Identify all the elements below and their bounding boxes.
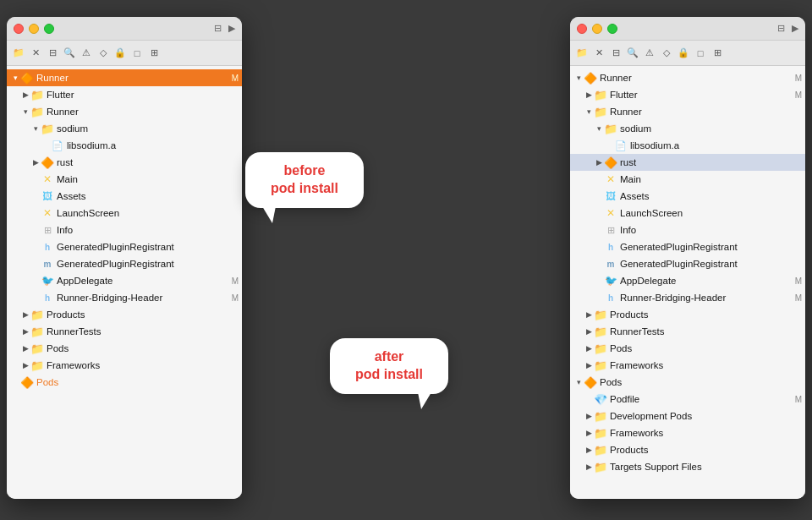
tree-item-targets[interactable]: ▶📁Targets Support Files <box>570 458 805 475</box>
x-icon-r[interactable]: ✕ <box>592 47 606 60</box>
tree-item-appdelegate[interactable]: 🐦AppDelegateM <box>570 272 805 289</box>
expand-arrow[interactable]: ▾ <box>584 107 594 117</box>
tree-item-sodium[interactable]: ▾📁sodium <box>7 120 242 137</box>
tree-item-launchscreen[interactable]: ✕LaunchScreen <box>570 205 805 222</box>
maximize-button-left[interactable] <box>44 24 54 34</box>
play-icon[interactable]: ▶ <box>228 23 235 34</box>
expand-arrow[interactable] <box>594 225 604 235</box>
lock-icon[interactable]: 🔒 <box>113 47 127 60</box>
tree-item-gpr-m[interactable]: mGeneratedPluginRegistrant <box>570 255 805 272</box>
tree-item-runner-root[interactable]: ▾🔶RunnerM <box>570 69 805 86</box>
square-icon-r[interactable]: □ <box>694 47 707 60</box>
expand-arrow[interactable] <box>594 191 604 201</box>
expand-arrow[interactable]: ▶ <box>20 343 30 353</box>
expand-arrow[interactable] <box>594 208 604 218</box>
expand-arrow[interactable] <box>30 293 41 303</box>
expand-arrow[interactable] <box>30 276 41 286</box>
tree-item-bridging[interactable]: hRunner-Bridging-HeaderM <box>7 289 242 306</box>
tree-item-frameworks2[interactable]: ▶📁Frameworks <box>570 424 805 441</box>
expand-arrow[interactable]: ▶ <box>20 360 30 370</box>
expand-arrow[interactable]: ▶ <box>20 326 30 337</box>
tree-item-gpr-h[interactable]: hGeneratedPluginRegistrant <box>570 238 805 255</box>
folder-icon-r[interactable]: 📁 <box>575 47 589 60</box>
expand-arrow[interactable]: ▾ <box>573 73 584 83</box>
expand-arrow[interactable]: ▾ <box>573 377 584 387</box>
tree-item-pods-item[interactable]: 🔶Pods <box>7 374 242 391</box>
warning-icon[interactable]: ⚠ <box>80 47 93 60</box>
expand-arrow[interactable] <box>594 293 604 303</box>
expand-arrow[interactable]: ▶ <box>20 309 30 320</box>
tree-item-frameworks[interactable]: ▶📁Frameworks <box>7 357 242 374</box>
tree-item-podfile[interactable]: 💎PodfileM <box>570 391 805 408</box>
tree-item-gpr-m[interactable]: mGeneratedPluginRegistrant <box>7 255 242 272</box>
tree-item-assets[interactable]: 🖼Assets <box>7 188 242 205</box>
tree-item-pods-folder[interactable]: ▶📁Pods <box>7 340 242 357</box>
sidebar-toggle-icon-right[interactable]: ⊟ <box>777 23 785 34</box>
expand-arrow[interactable]: ▶ <box>584 90 594 100</box>
tree-item-pods-root[interactable]: ▾🔶Pods <box>570 374 805 391</box>
expand-arrow[interactable]: ▶ <box>584 343 594 353</box>
expand-arrow[interactable]: ▶ <box>584 462 594 472</box>
expand-arrow[interactable] <box>30 259 41 269</box>
expand-arrow[interactable] <box>10 377 20 387</box>
expand-arrow[interactable]: ▶ <box>584 326 594 337</box>
expand-arrow[interactable]: ▾ <box>30 123 41 134</box>
expand-arrow[interactable]: ▶ <box>584 411 594 421</box>
grid-icon[interactable]: ⊞ <box>147 47 161 60</box>
expand-arrow[interactable]: ▶ <box>20 90 30 100</box>
tree-item-info[interactable]: ⊞Info <box>570 222 805 238</box>
bookmark-icon-r[interactable]: ⊟ <box>609 47 623 60</box>
minimize-button-left[interactable] <box>29 24 39 34</box>
expand-arrow[interactable]: ▾ <box>10 73 20 83</box>
tree-item-dev-pods[interactable]: ▶📁Development Pods <box>570 408 805 424</box>
lock-icon-r[interactable]: 🔒 <box>677 47 690 60</box>
tree-item-bridging[interactable]: hRunner-Bridging-HeaderM <box>570 289 805 306</box>
expand-arrow[interactable] <box>41 140 51 151</box>
tree-item-main[interactable]: ✕Main <box>7 171 242 188</box>
tree-item-runner[interactable]: ▾📁Runner <box>570 103 805 120</box>
tree-item-appdelegate[interactable]: 🐦AppDelegateM <box>7 272 242 289</box>
expand-arrow[interactable]: ▶ <box>30 157 41 167</box>
expand-arrow[interactable]: ▾ <box>594 123 604 134</box>
search-icon[interactable]: 🔍 <box>63 47 76 60</box>
tree-item-libsodium[interactable]: 📄libsodium.a <box>7 137 242 154</box>
tree-item-frameworks[interactable]: ▶📁Frameworks <box>570 357 805 374</box>
tree-item-assets[interactable]: 🖼Assets <box>570 188 805 205</box>
warning-icon-r[interactable]: ⚠ <box>643 47 656 60</box>
tree-item-main[interactable]: ✕Main <box>570 171 805 188</box>
tree-item-flutter[interactable]: ▶📁FlutterM <box>570 86 805 103</box>
folder-icon[interactable]: 📁 <box>12 47 25 60</box>
expand-arrow[interactable] <box>584 394 594 404</box>
tree-item-products[interactable]: ▶📁Products <box>7 306 242 323</box>
play-icon-right[interactable]: ▶ <box>792 23 798 34</box>
tree-item-pods-folder[interactable]: ▶📁Pods <box>570 340 805 357</box>
tree-item-runner[interactable]: ▾📁Runner <box>7 103 242 120</box>
tree-item-libsodium[interactable]: 📄libsodium.a <box>570 137 805 154</box>
expand-arrow[interactable]: ▾ <box>20 107 30 117</box>
expand-arrow[interactable]: ▶ <box>584 428 594 438</box>
tree-item-rust[interactable]: ▶🔶rust <box>570 154 805 171</box>
expand-arrow[interactable] <box>30 191 41 201</box>
close-button-right[interactable] <box>577 24 587 34</box>
diamond-icon[interactable]: ◇ <box>96 47 110 60</box>
tree-item-info[interactable]: ⊞Info <box>7 222 242 238</box>
tree-item-rust[interactable]: ▶🔶rust <box>7 154 242 171</box>
maximize-button-right[interactable] <box>607 24 617 34</box>
expand-arrow[interactable]: ▶ <box>584 309 594 320</box>
expand-arrow[interactable] <box>30 225 41 235</box>
expand-arrow[interactable] <box>30 174 41 184</box>
tree-item-runnertests[interactable]: ▶📁RunnerTests <box>570 323 805 340</box>
diamond-icon-r[interactable]: ◇ <box>660 47 673 60</box>
expand-arrow[interactable] <box>604 140 614 151</box>
square-icon[interactable]: □ <box>130 47 144 60</box>
tree-item-runner-root[interactable]: ▾🔶RunnerM <box>7 69 242 86</box>
sidebar-toggle-icon[interactable]: ⊟ <box>214 23 222 34</box>
expand-arrow[interactable] <box>594 259 604 269</box>
tree-item-launchscreen[interactable]: ✕LaunchScreen <box>7 205 242 222</box>
tree-item-products2[interactable]: ▶📁Products <box>570 441 805 458</box>
tree-item-sodium[interactable]: ▾📁sodium <box>570 120 805 137</box>
expand-arrow[interactable] <box>594 174 604 184</box>
tree-item-gpr-h[interactable]: hGeneratedPluginRegistrant <box>7 238 242 255</box>
tree-item-runnertests[interactable]: ▶📁RunnerTests <box>7 323 242 340</box>
minimize-button-right[interactable] <box>592 24 602 34</box>
